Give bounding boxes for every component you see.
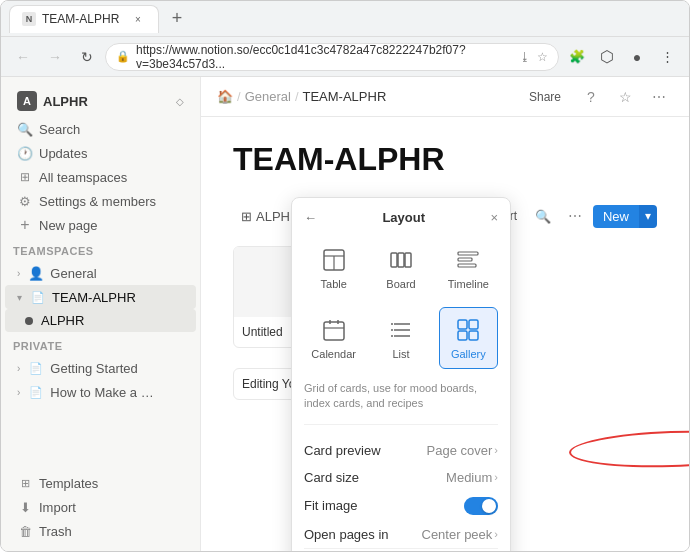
- address-bar[interactable]: 🔒 https://www.notion.so/ecc0c1d41c3c4782…: [105, 43, 559, 71]
- layout-option-board[interactable]: Board: [371, 237, 430, 299]
- browser-toolbar: ← → ↻ 🔒 https://www.notion.so/ecc0c1d41c…: [1, 37, 689, 77]
- popup-footer[interactable]: ℹ Learn about views ?: [304, 548, 498, 551]
- fit-image-toggle[interactable]: [464, 497, 498, 515]
- new-button-chevron[interactable]: ▾: [639, 205, 657, 228]
- calendar-icon: [320, 316, 348, 344]
- board-icon: [387, 246, 415, 274]
- sidebar-new-page-label: New page: [39, 218, 98, 233]
- forward-button[interactable]: →: [41, 43, 69, 71]
- topbar-actions: Share ? ☆ ⋯: [519, 83, 673, 111]
- more-icon-btn[interactable]: ⋯: [645, 83, 673, 111]
- bookmark-icon[interactable]: ☆: [537, 50, 548, 64]
- browser-menu-btn[interactable]: ⋮: [653, 43, 681, 71]
- new-button[interactable]: New: [593, 205, 639, 228]
- svg-rect-20: [469, 320, 478, 329]
- app-body: A ALPHR ◇ 🔍 Search 🕐 Updates ⊞ All teams…: [1, 77, 689, 551]
- progress-chevron-icon: ›: [17, 387, 20, 398]
- general-icon: 👤: [28, 265, 44, 281]
- browser-toolbar-actions: 🧩 ⬡ ● ⋮: [563, 43, 681, 71]
- sidebar-item-trash[interactable]: 🗑 Trash: [5, 519, 196, 543]
- breadcrumb-sep1: /: [237, 89, 241, 104]
- svg-rect-8: [458, 264, 476, 267]
- svg-rect-7: [458, 258, 472, 261]
- layout-option-table[interactable]: Table: [304, 237, 363, 299]
- popup-row-card-size[interactable]: Card size Medium ›: [304, 464, 498, 491]
- popup-row-card-preview[interactable]: Card preview Page cover ›: [304, 437, 498, 464]
- alphr-icon: [25, 317, 33, 325]
- breadcrumb-general[interactable]: General: [245, 89, 291, 104]
- popup-close-btn[interactable]: ×: [490, 210, 498, 225]
- svg-rect-4: [398, 253, 404, 267]
- new-tab-button[interactable]: +: [163, 5, 191, 33]
- card-size-value: Medium ›: [446, 470, 498, 485]
- svg-point-17: [391, 329, 393, 331]
- tab-close-btn[interactable]: ×: [130, 11, 146, 27]
- fit-image-label: Fit image: [304, 498, 464, 513]
- sidebar-item-settings[interactable]: ⚙ Settings & members: [5, 189, 196, 213]
- profile-avatar[interactable]: ●: [623, 43, 651, 71]
- sidebar-item-new-page[interactable]: + New page: [5, 213, 196, 237]
- sidebar-item-import[interactable]: ⬇ Import: [5, 495, 196, 519]
- db-more-btn[interactable]: ⋯: [561, 202, 589, 230]
- db-search-btn[interactable]: 🔍: [529, 202, 557, 230]
- popup-row-fit-image[interactable]: Fit image: [304, 491, 498, 521]
- sidebar-general-label: General: [50, 266, 96, 281]
- sidebar-team-alphr-label: TEAM-ALPHR: [52, 290, 136, 305]
- all-teamspaces-icon: ⊞: [17, 169, 33, 185]
- list-icon: [387, 316, 415, 344]
- svg-rect-21: [458, 331, 467, 340]
- new-button-group: New ▾: [593, 205, 657, 228]
- layout-popup: ← Layout × Tab: [291, 197, 511, 551]
- workspace-selector[interactable]: A ALPHR ◇: [5, 85, 196, 117]
- share-button[interactable]: Share: [519, 86, 571, 108]
- sidebar-item-getting-started[interactable]: › 📄 Getting Started: [5, 356, 196, 380]
- help-icon-btn[interactable]: ?: [577, 83, 605, 111]
- workspace-chevron-icon: ◇: [176, 96, 184, 107]
- layout-option-list[interactable]: List: [371, 307, 430, 369]
- main-content: 🏠 / General / TEAM-ALPHR Share ? ☆ ⋯ TEA…: [201, 77, 689, 551]
- list-label: List: [392, 348, 409, 360]
- private-section-label: Private: [1, 332, 200, 356]
- browser-tab[interactable]: N TEAM-ALPHR ×: [9, 5, 159, 33]
- page-title: TEAM-ALPHR: [233, 141, 657, 178]
- tab-label: TEAM-ALPHR: [42, 12, 119, 26]
- profile-btn[interactable]: ⬡: [593, 43, 621, 71]
- layout-option-calendar[interactable]: Calendar: [304, 307, 363, 369]
- sidebar-item-search[interactable]: 🔍 Search: [5, 117, 196, 141]
- popup-back-btn[interactable]: ←: [304, 210, 317, 225]
- popup-back-icon: ←: [304, 210, 317, 225]
- sidebar-item-general[interactable]: › 👤 General: [5, 261, 196, 285]
- svg-rect-6: [458, 252, 478, 255]
- refresh-button[interactable]: ↻: [73, 43, 101, 71]
- favorite-icon-btn[interactable]: ☆: [611, 83, 639, 111]
- sidebar-item-all-teamspaces[interactable]: ⊞ All teamspaces: [5, 165, 196, 189]
- sidebar-progress-label: How to Make a Progress ...: [50, 385, 160, 400]
- sidebar-item-team-alphr[interactable]: ▾ 📄 TEAM-ALPHR: [5, 285, 196, 309]
- sidebar-item-templates[interactable]: ⊞ Templates: [5, 471, 196, 495]
- sidebar-updates-label: Updates: [39, 146, 87, 161]
- breadcrumb-home-icon: 🏠: [217, 89, 233, 104]
- page-area: TEAM-ALPHR ⊞ ALPHR ▾ Filter Sort 🔍 ⋯: [201, 117, 689, 551]
- team-alphr-chevron-icon: ▾: [17, 292, 22, 303]
- fit-image-value: [464, 497, 498, 515]
- browser-frame: N TEAM-ALPHR × + ← → ↻ 🔒 https://www.not…: [0, 0, 690, 552]
- open-pages-chevron-icon: ›: [494, 528, 498, 540]
- extensions-btn[interactable]: 🧩: [563, 43, 591, 71]
- popup-title: Layout: [323, 210, 484, 225]
- sidebar-item-updates[interactable]: 🕐 Updates: [5, 141, 196, 165]
- layout-option-gallery[interactable]: Gallery: [439, 307, 498, 369]
- timeline-label: Timeline: [448, 278, 489, 290]
- popup-row-open-pages[interactable]: Open pages in Center peek ›: [304, 521, 498, 548]
- annotation-oval-card-preview: [568, 427, 689, 470]
- sidebar-getting-started-label: Getting Started: [50, 361, 137, 376]
- gallery-label: Gallery: [451, 348, 486, 360]
- svg-point-16: [391, 323, 393, 325]
- sidebar: A ALPHR ◇ 🔍 Search 🕐 Updates ⊞ All teams…: [1, 77, 201, 551]
- back-button[interactable]: ←: [9, 43, 37, 71]
- team-alphr-icon: 📄: [30, 289, 46, 305]
- sidebar-settings-label: Settings & members: [39, 194, 156, 209]
- sidebar-item-progress[interactable]: › 📄 How to Make a Progress ...: [5, 380, 196, 404]
- content-topbar: 🏠 / General / TEAM-ALPHR Share ? ☆ ⋯: [201, 77, 689, 117]
- sidebar-item-alphr[interactable]: ALPHR: [5, 309, 196, 332]
- layout-option-timeline[interactable]: Timeline: [439, 237, 498, 299]
